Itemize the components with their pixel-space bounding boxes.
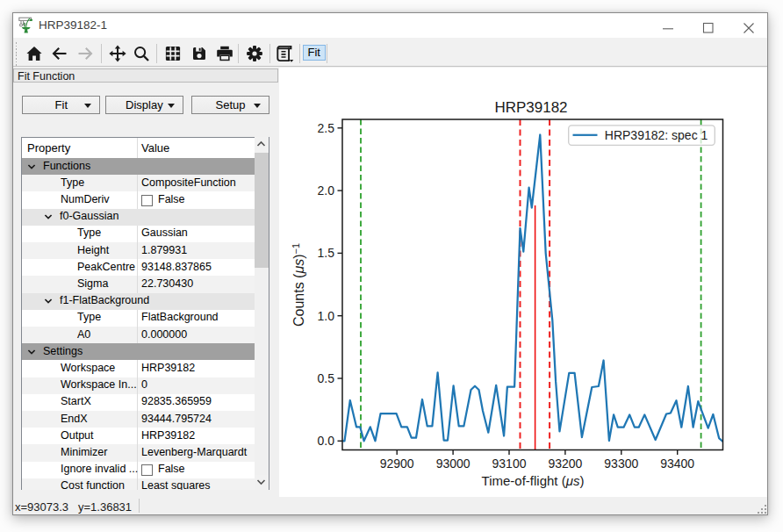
svg-text:Counts (μs)−1: Counts (μs)−1 bbox=[291, 243, 306, 327]
svg-text:1.5: 1.5 bbox=[318, 246, 335, 260]
svg-text:HRP39182: HRP39182 bbox=[494, 99, 567, 116]
svg-text:Time-of-flight (μs): Time-of-flight (μs) bbox=[482, 473, 585, 488]
svg-text:93300: 93300 bbox=[604, 457, 638, 471]
svg-text:HRP39182: spec 1: HRP39182: spec 1 bbox=[605, 128, 708, 142]
svg-text:92900: 92900 bbox=[380, 457, 414, 471]
svg-text:93100: 93100 bbox=[492, 457, 527, 471]
svg-text:1.0: 1.0 bbox=[318, 309, 335, 323]
svg-text:2.5: 2.5 bbox=[318, 121, 335, 135]
svg-text:93400: 93400 bbox=[660, 457, 694, 471]
svg-text:0.5: 0.5 bbox=[318, 371, 335, 385]
svg-text:93000: 93000 bbox=[436, 457, 471, 471]
svg-text:93200: 93200 bbox=[548, 457, 582, 471]
svg-text:2.0: 2.0 bbox=[318, 183, 335, 198]
svg-text:0.0: 0.0 bbox=[318, 434, 335, 448]
